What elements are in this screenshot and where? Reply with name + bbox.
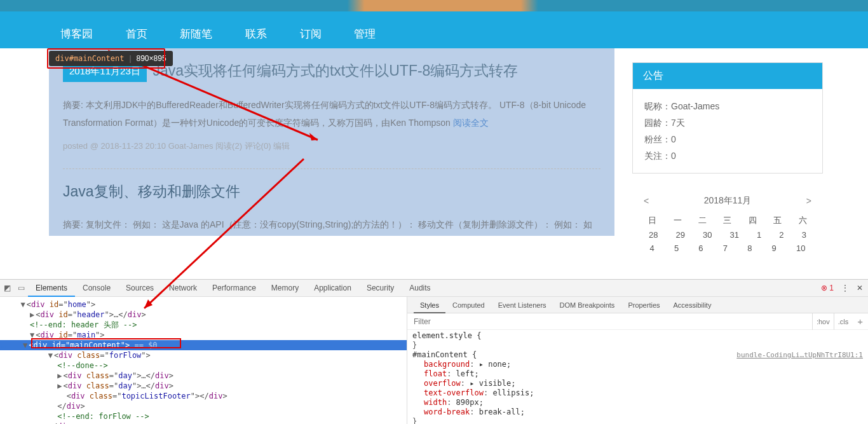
page-banner	[0, 0, 868, 11]
tab-performance[interactable]: Performance	[205, 280, 264, 297]
announce-head: 公告	[633, 63, 822, 89]
styles-filter-input[interactable]	[407, 317, 812, 326]
main-wrap: 2018年11月23日 Java实现将任何编码方式的txt文件以UTF-8编码方…	[0, 48, 868, 279]
post-title[interactable]: Java实现将任何编码方式的txt文件以UTF-8编码方式转存	[153, 62, 518, 79]
cal-weekdays: 日一二三四五六	[640, 213, 815, 228]
tab-sources[interactable]: Sources	[118, 280, 161, 297]
devtools-tabs: ◩ ▭ Elements Console Sources Network Per…	[0, 280, 868, 297]
annotation-box-domline	[31, 338, 181, 348]
styles-tabs: Styles Computed Event Listeners DOM Brea…	[407, 297, 868, 313]
sidebar: 公告 昵称：Goat-James 园龄：7天 粉丝：0 关注：0 < 2018年…	[632, 48, 823, 279]
announce-box: 公告 昵称：Goat-James 园龄：7天 粉丝：0 关注：0	[632, 62, 823, 174]
error-badge[interactable]: ⊗ 1	[821, 284, 834, 292]
post-2: Java复制、移动和删除文件 摘要: 复制文件： 例如： 这是Java 的API…	[63, 182, 600, 236]
tab-elements[interactable]: Elements	[28, 280, 75, 297]
sp-tab-events[interactable]: Event Listeners	[492, 297, 553, 313]
tab-application[interactable]: Application	[306, 280, 359, 297]
hov-toggle[interactable]: :hov	[812, 313, 834, 330]
sp-tab-dombp[interactable]: DOM Breakpoints	[553, 297, 621, 313]
cal-prev[interactable]: <	[644, 196, 649, 206]
sp-tab-computed[interactable]: Computed	[446, 297, 491, 313]
cal-next[interactable]: >	[806, 196, 811, 206]
annotation-box-tooltip	[47, 48, 165, 69]
nav-newpost[interactable]: 新随笔	[180, 27, 212, 41]
cls-toggle[interactable]: .cls	[834, 313, 853, 330]
add-rule-icon[interactable]: +	[852, 316, 868, 327]
styles-panel: Styles Computed Event Listeners DOM Brea…	[407, 297, 868, 424]
nav-bar: 博客园 首页 新随笔 联系 订阅 管理 div#mainContent | 89…	[0, 11, 868, 48]
post-separator	[63, 168, 600, 169]
devtools-menu-icon[interactable]: ⋮	[841, 284, 849, 292]
main-content-highlighted: 2018年11月23日 Java实现将任何编码方式的txt文件以UTF-8编码方…	[49, 48, 614, 236]
cal-row[interactable]: 28293031123	[640, 228, 815, 242]
nav-contact[interactable]: 联系	[245, 27, 267, 41]
post-meta: posted @ 2018-11-23 20:10 Goat-James 阅读(…	[63, 140, 600, 152]
tab-security[interactable]: Security	[359, 280, 402, 297]
tab-memory[interactable]: Memory	[264, 280, 306, 297]
cal-row[interactable]: 45678910	[640, 242, 815, 255]
post-summary: 摘要: 本文利用JDK中的BufferedReader和BufferedWrit…	[63, 96, 600, 132]
nav-cnblogs[interactable]: 博客园	[60, 27, 93, 41]
devtools: ◩ ▭ Elements Console Sources Network Per…	[0, 279, 868, 424]
post-1: 2018年11月23日 Java实现将任何编码方式的txt文件以UTF-8编码方…	[63, 61, 600, 152]
breakpoint-gutter[interactable]: ⋯	[1, 341, 6, 352]
post-summary: 摘要: 复制文件： 例如： 这是Java 的API（注意：没有copy(Stri…	[63, 215, 600, 236]
calendar-box: < 2018年11月 > 日一二三四五六 28293031123 4567891…	[632, 191, 823, 261]
nav-home[interactable]: 首页	[126, 27, 147, 41]
read-full-link[interactable]: 阅读全文	[453, 118, 489, 128]
sp-tab-a11y[interactable]: Accessibility	[667, 297, 718, 313]
devtools-close-icon[interactable]: ✕	[857, 284, 863, 292]
post-title[interactable]: Java复制、移动和删除文件	[63, 182, 600, 202]
styles-filter-bar: :hov .cls +	[407, 313, 868, 330]
nav-rss[interactable]: 订阅	[300, 27, 322, 41]
tab-console[interactable]: Console	[75, 280, 118, 297]
profile-body: 昵称：Goat-James 园龄：7天 粉丝：0 关注：0	[633, 89, 822, 173]
tab-network[interactable]: Network	[161, 280, 205, 297]
sp-tab-props[interactable]: Properties	[621, 297, 666, 313]
cal-title: 2018年11月	[704, 195, 752, 207]
tab-audits[interactable]: Audits	[402, 280, 438, 297]
sp-tab-styles[interactable]: Styles	[414, 297, 445, 313]
dom-tree[interactable]: ⋯ ▼<div id="home"> ▶<div id="header">…</…	[0, 297, 407, 424]
inspect-icon[interactable]: ◩	[0, 284, 14, 292]
styles-rules[interactable]: element.style { } bundle-CodingLi…tUpNhT…	[407, 330, 868, 424]
nav-admin[interactable]: 管理	[354, 27, 376, 41]
device-icon[interactable]: ▭	[14, 284, 28, 292]
